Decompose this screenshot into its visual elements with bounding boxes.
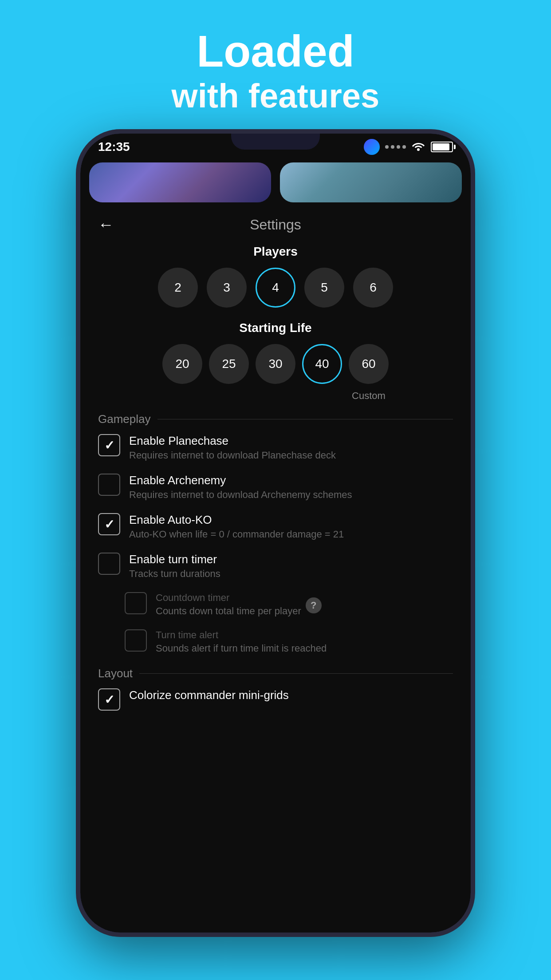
checkbox-countdown[interactable] xyxy=(125,592,147,614)
archenemy-text: Enable Archenemy Requires internet to do… xyxy=(129,474,352,501)
life-btn-60[interactable]: 60 xyxy=(349,344,389,384)
checkbox-turntimer[interactable] xyxy=(98,553,120,575)
custom-label: Custom xyxy=(352,390,386,402)
timealert-text: Turn time alert Sounds alert if turn tim… xyxy=(156,629,327,654)
life-btn-wrap-30: 30 xyxy=(256,344,295,402)
players-label: Players xyxy=(98,245,453,259)
promo-line1: Loaded xyxy=(172,27,380,75)
life-btn-wrap-25: 25 xyxy=(209,344,249,402)
layout-divider: Layout xyxy=(98,667,453,680)
checkbox-timealert[interactable] xyxy=(125,629,147,652)
gameplay-item-2: ✓ Enable Auto-KO Auto-KO when life = 0 /… xyxy=(98,513,453,540)
gameplay-item-1: Enable Archenemy Requires internet to do… xyxy=(98,474,453,501)
checkmark-planechase: ✓ xyxy=(104,438,114,453)
colorize-title: Colorize commander mini-grids xyxy=(129,688,289,702)
signal-dots xyxy=(385,145,406,149)
player-btn-6[interactable]: 6 xyxy=(353,268,393,308)
planechase-title: Enable Planechase xyxy=(129,434,336,448)
wifi-icon xyxy=(411,140,425,154)
player-btn-4[interactable]: 4 xyxy=(256,268,295,308)
gameplay-item-5: Turn time alert Sounds alert if turn tim… xyxy=(98,629,453,654)
checkbox-archenemy[interactable] xyxy=(98,474,120,496)
turntimer-title: Enable turn timer xyxy=(129,553,220,566)
page-title: Settings xyxy=(250,217,301,233)
life-btn-wrap-40: 40 xyxy=(302,344,342,402)
promo-line2: with features xyxy=(172,75,380,116)
archenemy-title: Enable Archenemy xyxy=(129,474,352,487)
countdown-title: Countdown timer xyxy=(156,592,301,604)
player-btn-2[interactable]: 2 xyxy=(158,268,198,308)
checkbox-colorize[interactable]: ✓ xyxy=(98,688,120,711)
gameplay-divider: Gameplay xyxy=(98,412,453,426)
layout-divider-line xyxy=(139,673,453,674)
screen-content: ← Settings Players 2 3 4 5 6 Starting Li… xyxy=(80,209,471,933)
turntimer-desc: Tracks turn durations xyxy=(129,568,220,580)
checkmark-autoko: ✓ xyxy=(104,517,114,532)
life-btn-wrap-20: 20 xyxy=(162,344,202,402)
checkbox-planechase[interactable]: ✓ xyxy=(98,434,120,456)
colorize-text: Colorize commander mini-grids xyxy=(129,688,289,702)
phone-frame: 12:35 xyxy=(76,129,475,937)
player-btn-5[interactable]: 5 xyxy=(304,268,344,308)
turntimer-text: Enable turn timer Tracks turn durations xyxy=(129,553,220,580)
battery-icon xyxy=(431,142,453,152)
status-time: 12:35 xyxy=(98,140,130,154)
gameplay-section-label: Gameplay xyxy=(98,412,151,426)
countdown-desc: Counts down total time per player xyxy=(156,605,301,617)
help-icon-countdown[interactable]: ? xyxy=(306,597,322,613)
countdown-text: Countdown timer Counts down total time p… xyxy=(156,592,301,617)
phone-screen: 12:35 xyxy=(80,134,471,933)
autoko-title: Enable Auto-KO xyxy=(129,513,344,527)
life-btn-20[interactable]: 20 xyxy=(162,344,202,384)
checkbox-autoko[interactable]: ✓ xyxy=(98,513,120,535)
promo-header: Loaded with features xyxy=(172,27,380,116)
gameplay-item-4: Countdown timer Counts down total time p… xyxy=(98,592,453,617)
back-button[interactable]: ← xyxy=(98,215,114,234)
image-strip xyxy=(80,160,471,205)
countdown-row: Countdown timer Counts down total time p… xyxy=(156,592,453,617)
players-row: 2 3 4 5 6 xyxy=(98,268,453,308)
gameplay-item-0: ✓ Enable Planechase Requires internet to… xyxy=(98,434,453,461)
image-right xyxy=(280,162,462,202)
status-icons xyxy=(364,139,453,155)
life-row: 20 25 30 40 60 Custom xyxy=(98,344,453,402)
life-btn-25[interactable]: 25 xyxy=(209,344,249,384)
timealert-title: Turn time alert xyxy=(156,629,327,641)
autoko-text: Enable Auto-KO Auto-KO when life = 0 / c… xyxy=(129,513,344,540)
gameplay-item-3: Enable turn timer Tracks turn durations xyxy=(98,553,453,580)
player-btn-3[interactable]: 3 xyxy=(207,268,247,308)
timealert-desc: Sounds alert if turn time limit is reach… xyxy=(156,643,327,654)
life-btn-wrap-60: 60 Custom xyxy=(349,344,389,402)
autoko-desc: Auto-KO when life = 0 / commander damage… xyxy=(129,529,344,540)
archenemy-desc: Requires internet to download Archenemy … xyxy=(129,489,352,501)
layout-item-0: ✓ Colorize commander mini-grids xyxy=(98,688,453,711)
gameplay-divider-line xyxy=(157,419,453,419)
life-btn-40[interactable]: 40 xyxy=(302,344,342,384)
checkmark-colorize: ✓ xyxy=(104,692,114,707)
siri-indicator xyxy=(364,139,380,155)
planechase-desc: Requires internet to download Planechase… xyxy=(129,450,336,461)
phone-notch xyxy=(231,134,320,150)
nav-header: ← Settings xyxy=(98,209,453,240)
planechase-text: Enable Planechase Requires internet to d… xyxy=(129,434,336,461)
layout-section-label: Layout xyxy=(98,667,133,680)
image-left xyxy=(89,162,271,202)
life-label: Starting Life xyxy=(98,321,453,335)
life-btn-30[interactable]: 30 xyxy=(256,344,295,384)
